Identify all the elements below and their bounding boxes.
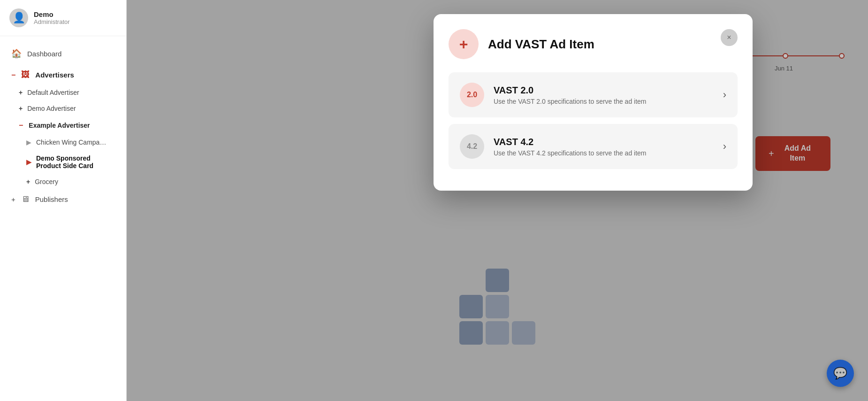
dashboard-label: Dashboard [27, 50, 61, 58]
plus-icon: + [19, 105, 23, 112]
sidebar-item-chicken-wing[interactable]: ▶ Chicken Wing Campa… [0, 134, 126, 150]
video-icon: ▶ [26, 139, 31, 146]
avatar: 👤 [9, 8, 28, 27]
sidebar: 👤 Demo Administrator 🏠 Dashboard − 🖼 Adv… [0, 0, 127, 401]
user-info: Demo Administrator [34, 10, 70, 25]
sidebar-item-default-advertiser[interactable]: + Default Advertiser [0, 85, 126, 100]
monitor-icon: 🖥 [21, 194, 30, 204]
chicken-wing-label: Chicken Wing Campa… [36, 139, 106, 146]
advertisers-section: − 🖼 Advertisers + Default Advertiser + D… [0, 65, 126, 190]
vast-4-text: VAST 4.2 Use the VAST 4.2 specifications… [494, 137, 723, 157]
sidebar-nav: 🏠 Dashboard − 🖼 Advertisers + Default Ad… [0, 36, 126, 401]
plus-icon: + [11, 195, 15, 203]
main-content: Jun 11 + Add Ad Item + Add VAST Ad Item [127, 0, 868, 401]
advertisers-icon: 🖼 [21, 70, 30, 80]
vast-4-title: VAST 4.2 [494, 137, 723, 147]
user-role: Administrator [34, 18, 70, 25]
sidebar-item-demo-advertiser[interactable]: + Demo Advertiser [0, 100, 126, 116]
modal-icon-circle: + [449, 29, 479, 59]
plus-icon: + [26, 178, 30, 185]
sidebar-item-publishers[interactable]: + 🖥 Publishers [0, 190, 126, 209]
vast-2-arrow: › [723, 89, 726, 101]
advertisers-collapse-icon: − [11, 71, 15, 79]
user-icon: 👤 [13, 12, 25, 24]
user-name: Demo [34, 10, 70, 18]
advertisers-label: Advertisers [35, 71, 74, 79]
plus-icon: + [19, 89, 23, 96]
sidebar-header: 👤 Demo Administrator [0, 0, 126, 36]
vast-2-badge: 2.0 [460, 83, 484, 107]
advertisers-header[interactable]: − 🖼 Advertisers [0, 65, 126, 85]
vast-4-option[interactable]: 4.2 VAST 4.2 Use the VAST 4.2 specificat… [449, 124, 738, 169]
publishers-label: Publishers [35, 195, 68, 203]
vast-2-description: Use the VAST 2.0 specifications to serve… [494, 98, 723, 105]
home-icon: 🏠 [11, 48, 22, 59]
example-collapse-icon: − [19, 121, 23, 130]
vast-2-option[interactable]: 2.0 VAST 2.0 Use the VAST 2.0 specificat… [449, 72, 738, 117]
default-advertiser-label: Default Advertiser [27, 89, 79, 96]
modal-header: + Add VAST Ad Item × [449, 29, 738, 59]
modal-plus-icon: + [459, 36, 468, 53]
modal-title: Add VAST Ad Item [488, 37, 594, 52]
sidebar-item-demo-sponsored[interactable]: ▶ Demo Sponsored Product Side Card [0, 150, 126, 174]
vast-4-badge: 4.2 [460, 134, 484, 159]
sidebar-item-dashboard[interactable]: 🏠 Dashboard [0, 44, 126, 63]
vast-2-text: VAST 2.0 Use the VAST 2.0 specifications… [494, 85, 723, 105]
demo-sponsored-label: Demo Sponsored Product Side Card [36, 154, 115, 170]
modal-close-button[interactable]: × [721, 29, 738, 46]
add-vast-ad-item-modal: + Add VAST Ad Item × 2.0 VAST 2.0 Use th… [434, 14, 753, 191]
vast-4-description: Use the VAST 4.2 specifications to serve… [494, 149, 723, 157]
sidebar-item-grocery[interactable]: + Grocery [0, 174, 126, 190]
video-active-icon: ▶ [26, 158, 31, 166]
grocery-label: Grocery [35, 178, 58, 185]
vast-2-title: VAST 2.0 [494, 85, 723, 96]
demo-advertiser-label: Demo Advertiser [27, 105, 76, 112]
example-advertiser-label: Example Advertiser [29, 122, 90, 129]
vast-4-arrow: › [723, 140, 726, 153]
example-advertiser-header[interactable]: − Example Advertiser [0, 116, 126, 134]
